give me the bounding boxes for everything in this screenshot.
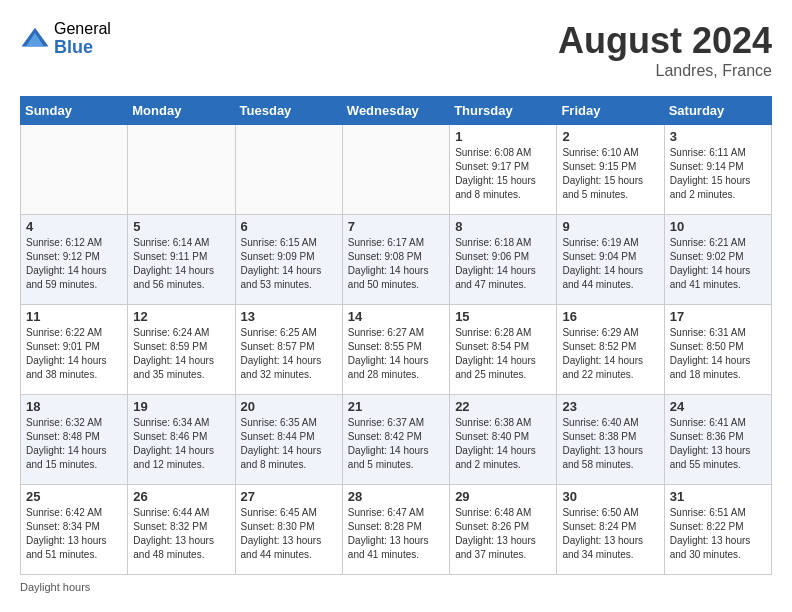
day-info: Sunrise: 6:44 AMSunset: 8:32 PMDaylight:… <box>133 506 229 562</box>
day-number: 20 <box>241 399 337 414</box>
calendar-week-2: 4Sunrise: 6:12 AMSunset: 9:12 PMDaylight… <box>21 215 772 305</box>
calendar-cell: 19Sunrise: 6:34 AMSunset: 8:46 PMDayligh… <box>128 395 235 485</box>
calendar-cell: 22Sunrise: 6:38 AMSunset: 8:40 PMDayligh… <box>450 395 557 485</box>
day-info: Sunrise: 6:21 AMSunset: 9:02 PMDaylight:… <box>670 236 766 292</box>
calendar-week-4: 18Sunrise: 6:32 AMSunset: 8:48 PMDayligh… <box>21 395 772 485</box>
day-number: 9 <box>562 219 658 234</box>
day-number: 21 <box>348 399 444 414</box>
logo-general: General <box>54 20 111 38</box>
day-number: 30 <box>562 489 658 504</box>
day-info: Sunrise: 6:28 AMSunset: 8:54 PMDaylight:… <box>455 326 551 382</box>
calendar-week-5: 25Sunrise: 6:42 AMSunset: 8:34 PMDayligh… <box>21 485 772 575</box>
day-number: 15 <box>455 309 551 324</box>
day-info: Sunrise: 6:38 AMSunset: 8:40 PMDaylight:… <box>455 416 551 472</box>
weekday-monday: Monday <box>128 97 235 125</box>
weekday-wednesday: Wednesday <box>342 97 449 125</box>
day-number: 27 <box>241 489 337 504</box>
day-info: Sunrise: 6:17 AMSunset: 9:08 PMDaylight:… <box>348 236 444 292</box>
weekday-tuesday: Tuesday <box>235 97 342 125</box>
calendar-cell: 12Sunrise: 6:24 AMSunset: 8:59 PMDayligh… <box>128 305 235 395</box>
day-info: Sunrise: 6:08 AMSunset: 9:17 PMDaylight:… <box>455 146 551 202</box>
day-number: 8 <box>455 219 551 234</box>
day-number: 14 <box>348 309 444 324</box>
calendar-cell: 31Sunrise: 6:51 AMSunset: 8:22 PMDayligh… <box>664 485 771 575</box>
day-info: Sunrise: 6:18 AMSunset: 9:06 PMDaylight:… <box>455 236 551 292</box>
calendar-cell: 16Sunrise: 6:29 AMSunset: 8:52 PMDayligh… <box>557 305 664 395</box>
day-number: 7 <box>348 219 444 234</box>
calendar-cell: 23Sunrise: 6:40 AMSunset: 8:38 PMDayligh… <box>557 395 664 485</box>
day-number: 22 <box>455 399 551 414</box>
day-number: 23 <box>562 399 658 414</box>
weekday-saturday: Saturday <box>664 97 771 125</box>
calendar-week-1: 1Sunrise: 6:08 AMSunset: 9:17 PMDaylight… <box>21 125 772 215</box>
calendar-cell: 25Sunrise: 6:42 AMSunset: 8:34 PMDayligh… <box>21 485 128 575</box>
day-number: 16 <box>562 309 658 324</box>
day-number: 12 <box>133 309 229 324</box>
calendar-cell: 30Sunrise: 6:50 AMSunset: 8:24 PMDayligh… <box>557 485 664 575</box>
day-number: 2 <box>562 129 658 144</box>
day-info: Sunrise: 6:27 AMSunset: 8:55 PMDaylight:… <box>348 326 444 382</box>
calendar-cell: 8Sunrise: 6:18 AMSunset: 9:06 PMDaylight… <box>450 215 557 305</box>
logo: General Blue <box>20 20 111 57</box>
day-number: 28 <box>348 489 444 504</box>
day-info: Sunrise: 6:40 AMSunset: 8:38 PMDaylight:… <box>562 416 658 472</box>
day-number: 1 <box>455 129 551 144</box>
day-number: 6 <box>241 219 337 234</box>
calendar-cell: 7Sunrise: 6:17 AMSunset: 9:08 PMDaylight… <box>342 215 449 305</box>
calendar-cell: 10Sunrise: 6:21 AMSunset: 9:02 PMDayligh… <box>664 215 771 305</box>
day-number: 17 <box>670 309 766 324</box>
day-number: 31 <box>670 489 766 504</box>
day-info: Sunrise: 6:22 AMSunset: 9:01 PMDaylight:… <box>26 326 122 382</box>
day-number: 29 <box>455 489 551 504</box>
day-info: Sunrise: 6:15 AMSunset: 9:09 PMDaylight:… <box>241 236 337 292</box>
calendar-cell: 2Sunrise: 6:10 AMSunset: 9:15 PMDaylight… <box>557 125 664 215</box>
calendar-cell: 5Sunrise: 6:14 AMSunset: 9:11 PMDaylight… <box>128 215 235 305</box>
day-number: 19 <box>133 399 229 414</box>
day-info: Sunrise: 6:37 AMSunset: 8:42 PMDaylight:… <box>348 416 444 472</box>
day-info: Sunrise: 6:31 AMSunset: 8:50 PMDaylight:… <box>670 326 766 382</box>
day-info: Sunrise: 6:11 AMSunset: 9:14 PMDaylight:… <box>670 146 766 202</box>
day-info: Sunrise: 6:29 AMSunset: 8:52 PMDaylight:… <box>562 326 658 382</box>
day-info: Sunrise: 6:25 AMSunset: 8:57 PMDaylight:… <box>241 326 337 382</box>
calendar-cell: 26Sunrise: 6:44 AMSunset: 8:32 PMDayligh… <box>128 485 235 575</box>
day-info: Sunrise: 6:14 AMSunset: 9:11 PMDaylight:… <box>133 236 229 292</box>
day-info: Sunrise: 6:12 AMSunset: 9:12 PMDaylight:… <box>26 236 122 292</box>
calendar-cell: 13Sunrise: 6:25 AMSunset: 8:57 PMDayligh… <box>235 305 342 395</box>
day-info: Sunrise: 6:42 AMSunset: 8:34 PMDaylight:… <box>26 506 122 562</box>
calendar-cell: 20Sunrise: 6:35 AMSunset: 8:44 PMDayligh… <box>235 395 342 485</box>
day-info: Sunrise: 6:51 AMSunset: 8:22 PMDaylight:… <box>670 506 766 562</box>
calendar-cell: 28Sunrise: 6:47 AMSunset: 8:28 PMDayligh… <box>342 485 449 575</box>
calendar-cell <box>128 125 235 215</box>
calendar-cell: 15Sunrise: 6:28 AMSunset: 8:54 PMDayligh… <box>450 305 557 395</box>
weekday-sunday: Sunday <box>21 97 128 125</box>
calendar-cell <box>235 125 342 215</box>
day-info: Sunrise: 6:41 AMSunset: 8:36 PMDaylight:… <box>670 416 766 472</box>
day-number: 4 <box>26 219 122 234</box>
day-number: 13 <box>241 309 337 324</box>
weekday-thursday: Thursday <box>450 97 557 125</box>
day-info: Sunrise: 6:34 AMSunset: 8:46 PMDaylight:… <box>133 416 229 472</box>
day-info: Sunrise: 6:10 AMSunset: 9:15 PMDaylight:… <box>562 146 658 202</box>
calendar-cell: 29Sunrise: 6:48 AMSunset: 8:26 PMDayligh… <box>450 485 557 575</box>
calendar-cell: 24Sunrise: 6:41 AMSunset: 8:36 PMDayligh… <box>664 395 771 485</box>
day-info: Sunrise: 6:32 AMSunset: 8:48 PMDaylight:… <box>26 416 122 472</box>
logo-icon <box>20 24 50 54</box>
calendar-cell: 6Sunrise: 6:15 AMSunset: 9:09 PMDaylight… <box>235 215 342 305</box>
day-number: 25 <box>26 489 122 504</box>
day-info: Sunrise: 6:45 AMSunset: 8:30 PMDaylight:… <box>241 506 337 562</box>
calendar-cell: 3Sunrise: 6:11 AMSunset: 9:14 PMDaylight… <box>664 125 771 215</box>
calendar-cell: 11Sunrise: 6:22 AMSunset: 9:01 PMDayligh… <box>21 305 128 395</box>
calendar-cell: 4Sunrise: 6:12 AMSunset: 9:12 PMDaylight… <box>21 215 128 305</box>
day-number: 18 <box>26 399 122 414</box>
location: Landres, France <box>558 62 772 80</box>
day-number: 5 <box>133 219 229 234</box>
calendar-cell: 1Sunrise: 6:08 AMSunset: 9:17 PMDaylight… <box>450 125 557 215</box>
day-info: Sunrise: 6:48 AMSunset: 8:26 PMDaylight:… <box>455 506 551 562</box>
calendar-cell: 21Sunrise: 6:37 AMSunset: 8:42 PMDayligh… <box>342 395 449 485</box>
calendar-cell: 18Sunrise: 6:32 AMSunset: 8:48 PMDayligh… <box>21 395 128 485</box>
calendar-table: SundayMondayTuesdayWednesdayThursdayFrid… <box>20 96 772 575</box>
day-info: Sunrise: 6:35 AMSunset: 8:44 PMDaylight:… <box>241 416 337 472</box>
calendar-cell: 27Sunrise: 6:45 AMSunset: 8:30 PMDayligh… <box>235 485 342 575</box>
weekday-friday: Friday <box>557 97 664 125</box>
day-info: Sunrise: 6:47 AMSunset: 8:28 PMDaylight:… <box>348 506 444 562</box>
